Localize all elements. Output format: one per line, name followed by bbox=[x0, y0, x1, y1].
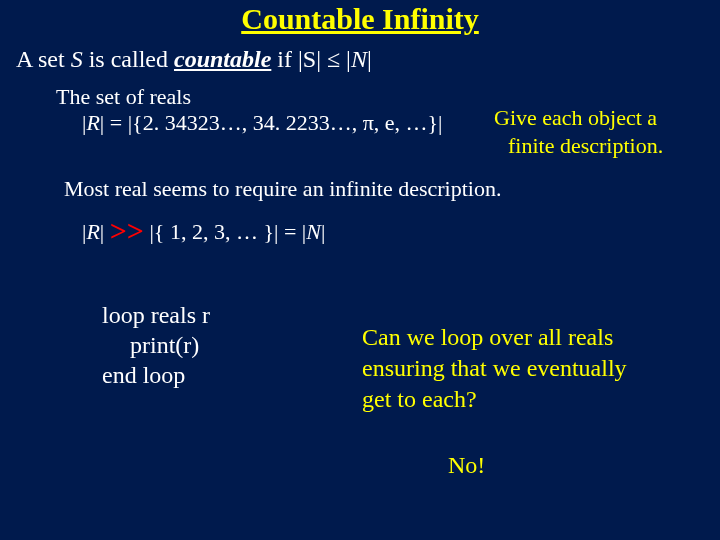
give-each-note: Give each object a finite description. bbox=[494, 104, 663, 159]
def-word-countable: countable bbox=[174, 46, 271, 72]
loop-line2: print(r) bbox=[102, 330, 210, 360]
most-real-text: Most real seems to require an infinite d… bbox=[64, 176, 501, 202]
give-each-line2: finite description. bbox=[494, 132, 663, 160]
cardinality-comparison: |R| >> |{ 1, 2, 3, … }| = |N| bbox=[82, 214, 325, 248]
slide: Countable Infinity A set S is called cou… bbox=[0, 0, 720, 540]
slide-title: Countable Infinity bbox=[0, 2, 720, 36]
reals-R: R bbox=[86, 110, 99, 135]
def-set-N: N bbox=[351, 46, 367, 72]
canweloop-line3: get to each? bbox=[362, 384, 627, 415]
countable-definition: A set S is called countable if |S| ≤ |N| bbox=[16, 46, 372, 73]
rline-bar2: | bbox=[100, 219, 110, 244]
much-greater-than: >> bbox=[110, 214, 144, 247]
def-text-mid2: if |S| ≤ | bbox=[271, 46, 351, 72]
rline-end: | bbox=[321, 219, 325, 244]
canweloop-line1: Can we loop over all reals bbox=[362, 322, 627, 353]
give-each-line1: Give each object a bbox=[494, 104, 663, 132]
reals-rest: | = |{2. 34323…, 34. 2233…, π, e, …}| bbox=[100, 110, 443, 135]
def-text-pre: A set bbox=[16, 46, 71, 72]
can-we-loop-question: Can we loop over all reals ensuring that… bbox=[362, 322, 627, 416]
canweloop-line2: ensuring that we eventually bbox=[362, 353, 627, 384]
def-set-S: S bbox=[71, 46, 83, 72]
rline-mid: |{ 1, 2, 3, … }| = | bbox=[144, 219, 306, 244]
def-text-mid1: is called bbox=[83, 46, 174, 72]
def-text-post: | bbox=[367, 46, 372, 72]
loop-line1: loop reals r bbox=[102, 300, 210, 330]
rline-R: R bbox=[86, 219, 99, 244]
loop-code-block: loop reals r print(r) end loop bbox=[102, 300, 210, 390]
loop-line3: end loop bbox=[102, 360, 210, 390]
set-of-reals-label: The set of reals bbox=[56, 84, 191, 110]
rline-N: N bbox=[306, 219, 321, 244]
reals-equation: |R| = |{2. 34323…, 34. 2233…, π, e, …}| bbox=[82, 110, 442, 136]
answer-no: No! bbox=[448, 452, 485, 479]
